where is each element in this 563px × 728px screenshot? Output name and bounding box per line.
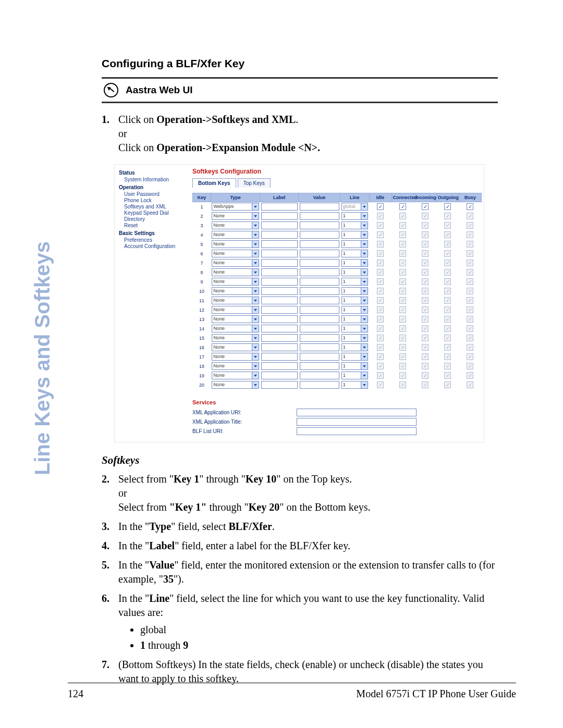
label-input[interactable] xyxy=(261,231,298,239)
xml-uri-input[interactable] xyxy=(297,409,417,416)
state-checkbox[interactable]: ✓ xyxy=(422,213,429,219)
label-input[interactable] xyxy=(261,372,298,379)
state-checkbox[interactable]: ✓ xyxy=(444,278,451,285)
nav-item-softkeys[interactable]: Softkeys and XML xyxy=(124,204,188,209)
state-checkbox[interactable]: ✓ xyxy=(422,250,429,257)
state-checkbox[interactable]: ✓ xyxy=(377,203,384,210)
value-input[interactable] xyxy=(300,212,339,220)
type-select[interactable]: None xyxy=(212,343,259,351)
nav-item-phonelock[interactable]: Phone Lock xyxy=(124,198,188,203)
state-checkbox[interactable]: ✓ xyxy=(467,325,473,332)
blf-uri-input[interactable] xyxy=(297,427,417,435)
line-select[interactable]: 1 xyxy=(341,221,368,229)
state-checkbox[interactable]: ✓ xyxy=(422,335,429,341)
state-checkbox[interactable]: ✓ xyxy=(399,325,406,332)
state-checkbox[interactable]: ✓ xyxy=(399,306,406,313)
nav-item-sysinfo[interactable]: System Information xyxy=(124,177,188,182)
label-input[interactable] xyxy=(261,325,298,332)
type-select[interactable]: None xyxy=(212,334,259,342)
state-checkbox[interactable]: ✓ xyxy=(444,335,451,341)
type-select[interactable]: None xyxy=(212,372,259,379)
state-checkbox[interactable]: ✓ xyxy=(467,306,473,313)
value-input[interactable] xyxy=(300,381,339,389)
type-select[interactable]: None xyxy=(212,315,259,323)
state-checkbox[interactable]: ✓ xyxy=(422,297,429,304)
value-input[interactable] xyxy=(300,334,339,342)
line-select[interactable]: 1 xyxy=(341,334,368,342)
label-input[interactable] xyxy=(261,343,298,351)
state-checkbox[interactable]: ✓ xyxy=(422,288,429,294)
state-checkbox[interactable]: ✓ xyxy=(444,325,451,332)
line-select[interactable]: 1 xyxy=(341,362,368,370)
state-checkbox[interactable]: ✓ xyxy=(377,260,384,266)
value-input[interactable] xyxy=(300,240,339,248)
state-checkbox[interactable]: ✓ xyxy=(422,381,429,388)
label-input[interactable] xyxy=(261,259,298,267)
label-input[interactable] xyxy=(261,212,298,220)
label-input[interactable] xyxy=(261,315,298,323)
state-checkbox[interactable]: ✓ xyxy=(444,306,451,313)
label-input[interactable] xyxy=(261,268,298,276)
state-checkbox[interactable]: ✓ xyxy=(444,213,451,219)
state-checkbox[interactable]: ✓ xyxy=(422,278,429,285)
value-input[interactable] xyxy=(300,362,339,370)
line-select[interactable]: global xyxy=(341,203,368,211)
state-checkbox[interactable]: ✓ xyxy=(422,344,429,351)
line-select[interactable]: 1 xyxy=(341,343,368,351)
label-input[interactable] xyxy=(261,297,298,304)
state-checkbox[interactable]: ✓ xyxy=(377,363,384,369)
label-input[interactable] xyxy=(261,334,298,342)
state-checkbox[interactable]: ✓ xyxy=(399,278,406,285)
state-checkbox[interactable]: ✓ xyxy=(377,222,384,229)
value-input[interactable] xyxy=(300,278,339,286)
state-checkbox[interactable]: ✓ xyxy=(399,372,406,379)
line-select[interactable]: 1 xyxy=(341,250,368,257)
state-checkbox[interactable]: ✓ xyxy=(422,222,429,229)
label-input[interactable] xyxy=(261,278,298,286)
state-checkbox[interactable]: ✓ xyxy=(377,278,384,285)
line-select[interactable]: 1 xyxy=(341,297,368,304)
state-checkbox[interactable]: ✓ xyxy=(444,260,451,266)
state-checkbox[interactable]: ✓ xyxy=(467,260,473,266)
line-select[interactable]: 1 xyxy=(341,268,368,276)
state-checkbox[interactable]: ✓ xyxy=(377,316,384,323)
label-input[interactable] xyxy=(261,362,298,370)
state-checkbox[interactable]: ✓ xyxy=(399,363,406,369)
state-checkbox[interactable]: ✓ xyxy=(377,231,384,238)
label-input[interactable] xyxy=(261,287,298,295)
state-checkbox[interactable]: ✓ xyxy=(444,250,451,257)
tab-top-keys[interactable]: Top Keys xyxy=(238,178,271,188)
nav-item-userpw[interactable]: User Password xyxy=(124,191,188,197)
state-checkbox[interactable]: ✓ xyxy=(422,241,429,248)
state-checkbox[interactable]: ✓ xyxy=(467,278,473,285)
value-input[interactable] xyxy=(300,343,339,351)
state-checkbox[interactable]: ✓ xyxy=(422,316,429,323)
type-select[interactable]: None xyxy=(212,362,259,370)
state-checkbox[interactable]: ✓ xyxy=(467,353,473,360)
type-select[interactable]: None xyxy=(212,325,259,332)
value-input[interactable] xyxy=(300,297,339,304)
line-select[interactable]: 1 xyxy=(341,381,368,389)
state-checkbox[interactable]: ✓ xyxy=(444,372,451,379)
value-input[interactable] xyxy=(300,203,339,211)
type-select[interactable]: None xyxy=(212,268,259,276)
state-checkbox[interactable]: ✓ xyxy=(399,335,406,341)
state-checkbox[interactable]: ✓ xyxy=(377,353,384,360)
state-checkbox[interactable]: ✓ xyxy=(444,297,451,304)
line-select[interactable]: 1 xyxy=(341,212,368,220)
label-input[interactable] xyxy=(261,203,298,211)
state-checkbox[interactable]: ✓ xyxy=(467,316,473,323)
state-checkbox[interactable]: ✓ xyxy=(467,297,473,304)
state-checkbox[interactable]: ✓ xyxy=(444,203,451,210)
state-checkbox[interactable]: ✓ xyxy=(399,231,406,238)
value-input[interactable] xyxy=(300,353,339,361)
state-checkbox[interactable]: ✓ xyxy=(467,288,473,294)
state-checkbox[interactable]: ✓ xyxy=(467,381,473,388)
state-checkbox[interactable]: ✓ xyxy=(444,381,451,388)
type-select[interactable]: None xyxy=(212,240,259,248)
state-checkbox[interactable]: ✓ xyxy=(422,325,429,332)
line-select[interactable]: 1 xyxy=(341,240,368,248)
type-select[interactable]: None xyxy=(212,221,259,229)
tab-bottom-keys[interactable]: Bottom Keys xyxy=(192,178,236,188)
state-checkbox[interactable]: ✓ xyxy=(444,316,451,323)
